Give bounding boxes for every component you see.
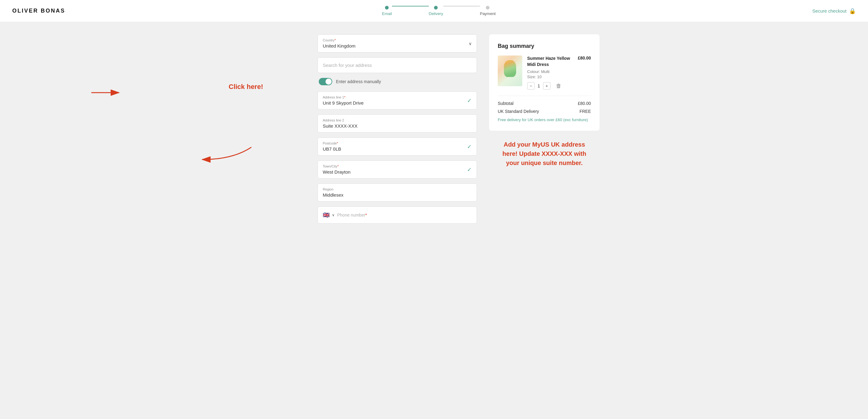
trash-icon[interactable]: 🗑 — [556, 83, 561, 89]
step-payment: Payment — [480, 6, 496, 16]
delivery-label: UK Standard Delivery — [498, 109, 539, 114]
product-row: Summer Haze Yellow Midi Dress £80.00 Col… — [498, 56, 591, 90]
city-check-icon: ✓ — [467, 166, 472, 173]
postcode-label: Postcode* — [323, 141, 472, 145]
step-dot-email — [385, 6, 389, 9]
subtotal-label: Subtotal — [498, 101, 514, 106]
step-label-delivery: Delivery — [429, 11, 443, 16]
step-label-email: Email — [382, 11, 392, 16]
product-colour: Colour: Multi — [527, 69, 591, 74]
bag-card: Bag summary Summer Haze Yellow Midi Dres… — [489, 34, 599, 131]
country-dropdown-arrow: ∨ — [469, 41, 472, 46]
region-field[interactable]: Region Middlesex — [317, 183, 477, 202]
phone-label: Phone number* — [337, 213, 367, 217]
logo: OLIVER BONAS — [12, 8, 65, 14]
step-dot-delivery — [434, 6, 438, 9]
enter-address-toggle[interactable] — [319, 78, 332, 85]
postcode-field[interactable]: Postcode* UB7 0LB ✓ — [317, 138, 477, 155]
region-value: Middlesex — [323, 192, 472, 198]
product-size: Size: 10 — [527, 74, 591, 79]
free-delivery-note: Free delivery for UK orders over £60 (ex… — [498, 118, 591, 122]
divider — [498, 96, 591, 96]
toggle-row: Enter address manually — [317, 78, 477, 85]
click-here-label: Click here! — [229, 83, 263, 91]
address1-check-icon: ✓ — [467, 97, 472, 104]
region-label: Region — [323, 187, 472, 191]
qty-row: − 1 + 🗑 — [527, 82, 591, 90]
subtotal-value: £80.00 — [578, 101, 591, 106]
postcode-value: UB7 0LB — [323, 146, 472, 152]
left-annotation: Click here! — [225, 34, 305, 229]
step-dot-payment — [486, 6, 490, 9]
checkout-steps: Email Delivery Payment — [382, 6, 496, 16]
city-value: West Drayton — [323, 169, 472, 175]
address2-label: Address line 2 — [323, 118, 472, 122]
step-label-payment: Payment — [480, 11, 496, 16]
city-label: Town/City* — [323, 164, 472, 168]
address2-value: Suite XXXX-XXX — [323, 123, 472, 128]
address1-label: Address line 1* — [323, 95, 472, 99]
postcode-check-icon: ✓ — [467, 143, 472, 150]
product-image — [498, 56, 522, 86]
address1-field[interactable]: Address line 1* Unit 9 Skyport Drive ✓ — [317, 91, 477, 110]
delivery-value: FREE — [580, 109, 591, 114]
secure-checkout: Secure checkout 🔒 — [812, 8, 856, 14]
phone-dropdown-arrow: ∨ — [332, 213, 335, 217]
qty-decrease-button[interactable]: − — [527, 82, 534, 90]
toggle-label: Enter address manually — [336, 79, 381, 84]
qty-increase-button[interactable]: + — [543, 82, 551, 90]
step-email: Email — [382, 6, 392, 16]
country-field[interactable]: Country* United Kingdom ∨ — [317, 34, 477, 53]
address1-value: Unit 9 Skyport Drive — [323, 100, 472, 106]
delivery-row: UK Standard Delivery FREE — [498, 109, 591, 114]
search-field[interactable]: Search for your address — [317, 57, 477, 73]
country-label: Country* — [323, 38, 472, 42]
address2-field[interactable]: Address line 2 Suite XXXX-XXX — [317, 114, 477, 132]
main-layout: Click here! Country* United Kingdom ∨ Se… — [219, 22, 649, 241]
phone-field[interactable]: 🇬🇧 ∨ Phone number* — [317, 206, 477, 223]
form-area: Country* United Kingdom ∨ Search for you… — [317, 34, 477, 229]
product-price: £80.00 — [578, 56, 591, 60]
bag-title: Bag summary — [498, 43, 591, 50]
bag-summary: Bag summary Summer Haze Yellow Midi Dres… — [489, 34, 599, 229]
subtotal-row: Subtotal £80.00 — [498, 101, 591, 106]
step-delivery: Delivery — [429, 6, 443, 16]
step-line-1 — [392, 6, 429, 6]
header: OLIVER BONAS Email Delivery Payment — [0, 0, 868, 22]
search-placeholder: Search for your address — [323, 63, 372, 68]
myus-annotation: Add your MyUS UK address here! Update XX… — [489, 140, 599, 168]
product-name: Summer Haze Yellow Midi Dress — [527, 56, 578, 67]
step-line-2 — [443, 6, 480, 6]
uk-flag-icon: 🇬🇧 — [323, 212, 330, 218]
country-value: United Kingdom — [323, 43, 472, 49]
qty-value: 1 — [537, 84, 540, 88]
city-field[interactable]: Town/City* West Drayton ✓ — [317, 160, 477, 179]
secure-checkout-label: Secure checkout — [812, 8, 846, 13]
product-details: Summer Haze Yellow Midi Dress £80.00 Col… — [527, 56, 591, 90]
lock-icon: 🔒 — [849, 8, 856, 14]
